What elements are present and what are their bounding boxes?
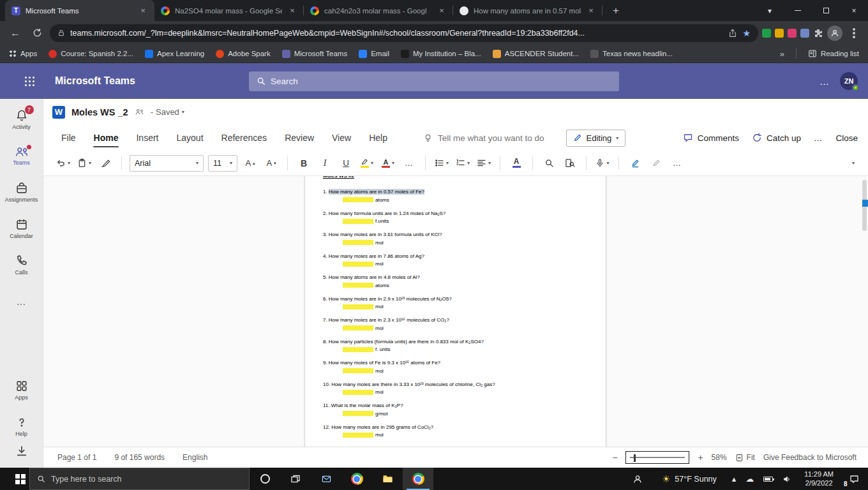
fit-to-page-button[interactable]: Fit [735, 453, 755, 462]
window-maximize-button[interactable] [812, 0, 840, 21]
zoom-out-button[interactable]: − [612, 452, 617, 463]
zoom-level[interactable]: 58% [712, 453, 727, 462]
find-button[interactable] [541, 154, 557, 172]
zoom-slider[interactable] [625, 451, 689, 464]
sidebar-item-more[interactable]: … [0, 283, 43, 320]
browser-profile-avatar[interactable] [827, 26, 842, 41]
ink-editor-button[interactable] [627, 154, 643, 172]
collaborators-icon[interactable] [135, 108, 144, 116]
taskbar-clock[interactable]: 11:29 AM 2/9/2022 [798, 468, 840, 490]
people-button[interactable] [622, 468, 653, 490]
share-icon[interactable] [728, 29, 737, 38]
download-desktop-app-icon[interactable] [15, 445, 28, 457]
shrink-font-button[interactable]: A▾ [263, 154, 280, 172]
extensions-puzzle-icon[interactable] [813, 28, 823, 38]
bookmark-course-spanish[interactable]: Course: Spanish 2.2... [49, 50, 133, 58]
file-explorer-button[interactable] [372, 468, 403, 490]
reading-list-button[interactable]: Reading list [808, 49, 859, 58]
bookmark-texas-news[interactable]: Texas news headlin... [590, 50, 673, 58]
format-painter-button[interactable] [97, 154, 114, 172]
editing-mode-dropdown[interactable]: Editing ▾ [566, 130, 626, 147]
feedback-link[interactable]: Give Feedback to Microsoft [763, 453, 857, 462]
battery-icon[interactable] [763, 477, 773, 482]
volume-icon[interactable] [782, 475, 791, 484]
browser-tab-atoms[interactable]: How many atoms are in 0.57 mol × [453, 0, 602, 21]
back-icon[interactable]: ← [6, 24, 24, 42]
mail-app-button[interactable] [311, 468, 341, 490]
find-and-replace-button[interactable] [562, 154, 578, 172]
comments-button[interactable]: Comments [683, 133, 739, 143]
sidebar-item-calendar[interactable]: Calendar [0, 211, 43, 247]
user-avatar[interactable]: ZN ✓ [840, 72, 858, 90]
close-document-button[interactable]: Close [835, 133, 858, 143]
extension-icon[interactable] [762, 29, 771, 38]
sidebar-item-teams[interactable]: Teams [0, 138, 43, 174]
tab-close-icon[interactable]: × [287, 6, 297, 15]
zoom-thumb[interactable] [634, 454, 636, 462]
save-status[interactable]: Saved ▾ [151, 107, 184, 117]
grow-font-button[interactable]: A▴ [242, 154, 258, 172]
new-tab-button[interactable]: + [608, 3, 624, 19]
action-center-button[interactable]: 8 [840, 468, 868, 490]
alignment-button[interactable]: ▾ [475, 154, 492, 172]
tray-expand-chevron-icon[interactable]: ▴ [732, 474, 737, 484]
task-view-button[interactable] [280, 468, 311, 490]
bookmark-microsoft-teams[interactable]: Microsoft Teams [282, 50, 348, 58]
catch-up-button[interactable]: Catch up [752, 133, 801, 143]
tab-home[interactable]: Home [85, 125, 128, 151]
collapse-ribbon-chevron[interactable]: ▾ [845, 154, 862, 172]
language[interactable]: English [183, 453, 207, 462]
italic-button[interactable]: I [317, 154, 333, 172]
tab-file[interactable]: File [52, 125, 85, 151]
window-close-button[interactable]: × [840, 0, 868, 21]
tab-search-icon[interactable]: ▾ [756, 0, 784, 21]
browser-tab-cah24n2o3[interactable]: cah24n2o3 molar mass - Googl × [304, 0, 453, 21]
tab-help[interactable]: Help [360, 125, 396, 151]
zoom-in-button[interactable]: + [698, 452, 703, 463]
extension-icon[interactable] [800, 29, 809, 38]
bookmark-apps[interactable]: Apps [9, 50, 37, 57]
sidebar-item-assignments[interactable]: Assignments [0, 174, 43, 211]
highlight-color-button[interactable]: ▾ [359, 154, 375, 172]
tab-close-icon[interactable]: × [138, 6, 148, 15]
chrome-active-app-button[interactable] [403, 468, 433, 490]
cortana-button[interactable] [250, 468, 280, 490]
extension-icon[interactable] [788, 29, 797, 38]
tab-references[interactable]: References [213, 125, 276, 151]
tell-me-button[interactable]: Tell me what you want to do [423, 133, 544, 143]
document-title[interactable]: Moles WS _2 [71, 107, 128, 117]
sidebar-item-activity[interactable]: 7 Activity [0, 101, 43, 138]
font-name-select[interactable]: Arial ▾ [130, 155, 204, 172]
bookmark-my-institution[interactable]: My Institution – Bla... [401, 50, 481, 58]
url-field[interactable]: teams.microsoft.com/_?lm=deeplink&lmsrc=… [50, 24, 758, 42]
start-button[interactable] [0, 468, 29, 490]
paste-button[interactable]: ▾ [76, 154, 93, 172]
tab-view[interactable]: View [323, 125, 360, 151]
bookmark-star-icon[interactable]: ★ [742, 28, 751, 38]
bookmark-adobe-spark[interactable]: Adobe Spark [216, 50, 271, 58]
browser-tab-na2so4[interactable]: Na2SO4 molar mass - Google Se × [154, 0, 304, 21]
bookmark-apex-learning[interactable]: Apex Learning [145, 50, 204, 58]
sidebar-item-calls[interactable]: Calls [0, 247, 43, 283]
tab-close-icon[interactable]: × [437, 6, 447, 15]
weather-widget[interactable]: ☀ 57°F Sunny [653, 468, 726, 490]
toolbar-more-icon[interactable]: … [669, 154, 685, 172]
teams-search-input[interactable]: Search [249, 71, 619, 91]
bullets-button[interactable]: ▾ [433, 154, 450, 172]
underline-button[interactable]: U [338, 154, 354, 172]
sidebar-item-help[interactable]: Help [0, 408, 43, 445]
ribbon-more-icon[interactable]: … [814, 133, 823, 143]
chrome-app-button[interactable] [341, 468, 372, 490]
bookmarks-overflow-chevron[interactable]: » [780, 49, 784, 59]
word-count[interactable]: 9 of 165 words [114, 453, 165, 462]
onedrive-cloud-icon[interactable]: ☁ [745, 474, 754, 484]
page-count[interactable]: Page 1 of 1 [57, 453, 96, 462]
tab-close-icon[interactable]: × [586, 6, 596, 15]
draw-pen-button[interactable] [648, 154, 664, 172]
tab-layout[interactable]: Layout [167, 125, 212, 151]
window-minimize-button[interactable] [784, 0, 812, 21]
sidebar-item-apps[interactable]: Apps [0, 372, 43, 408]
refresh-icon[interactable] [28, 24, 46, 42]
styles-button[interactable]: A [508, 154, 525, 172]
document-page[interactable]: Moles WS #2 1.How many atoms are in 0.57… [304, 176, 606, 447]
